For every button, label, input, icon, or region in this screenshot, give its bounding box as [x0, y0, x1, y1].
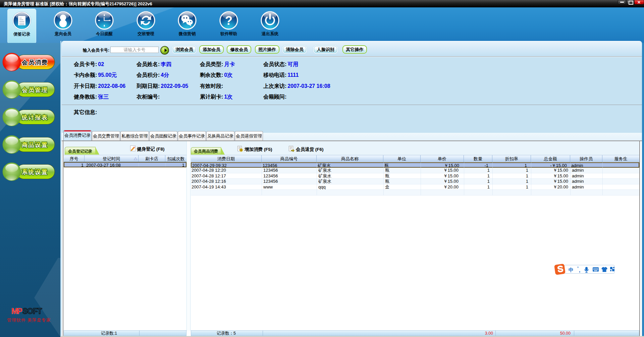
svg-text:MP: MP	[11, 307, 22, 316]
svg-text:系统设置: 系统设置	[21, 169, 48, 175]
svg-text:会员管理: 会员管理	[21, 87, 48, 93]
svg-text:中: 中	[569, 267, 574, 273]
svg-text:,: ,	[579, 267, 580, 273]
svg-text:°: °	[577, 266, 579, 270]
svg-text:统计报表: 统计报表	[21, 114, 48, 121]
svg-text:会员消费: 会员消费	[21, 59, 48, 66]
svg-text:SOFT: SOFT	[22, 307, 42, 316]
svg-text:?: ?	[225, 14, 232, 27]
svg-text:商品设置: 商品设置	[22, 142, 48, 148]
